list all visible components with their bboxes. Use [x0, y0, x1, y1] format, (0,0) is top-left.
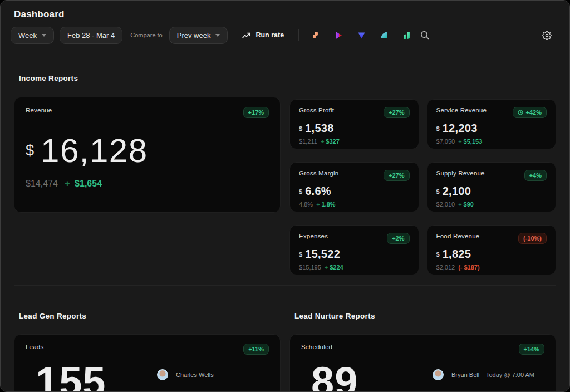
- change-badge: +27%: [384, 170, 409, 181]
- run-rate-button[interactable]: Run rate: [242, 31, 284, 39]
- scheduled-person-name: Bryan Bell: [451, 371, 479, 378]
- previous-value: $15,195: [299, 264, 321, 271]
- previous-value: 4.8%: [299, 201, 313, 208]
- period-select-value: Week: [18, 31, 37, 40]
- change-badge: +27%: [384, 107, 409, 118]
- change-badge: +2%: [387, 233, 409, 244]
- logo-teal-quadrant-icon[interactable]: [380, 31, 389, 40]
- logo-blue-funnel-icon[interactable]: [357, 31, 366, 40]
- scheduled-count: 89: [311, 358, 358, 392]
- revenue-card: Revenue +17% $ 16,128 $14,474 + $1,654: [14, 97, 281, 213]
- currency-symbol: $: [299, 251, 302, 258]
- date-range-button[interactable]: Feb 28 - Mar 4: [60, 27, 122, 44]
- date-range-value: Feb 28 - Mar 4: [67, 31, 115, 40]
- row-divider: [157, 388, 269, 388]
- scheduled-card: Scheduled +14% 89 Bryan Bell Today @ 7:0…: [289, 334, 556, 392]
- previous-value: $2,012: [436, 264, 455, 271]
- logo-orange-blob-icon[interactable]: [311, 31, 321, 40]
- revenue-value: $ 16,128: [26, 131, 269, 170]
- previous-value: $14,474: [26, 179, 58, 188]
- leads-card: Leads +11% 155 Charles Wells: [14, 334, 281, 392]
- lead-person-name: Charles Wells: [176, 371, 214, 378]
- card-label: Expenses: [299, 233, 328, 239]
- delta-sign: +: [65, 179, 70, 188]
- delta-value: $90: [464, 201, 474, 208]
- delta-value: $1,654: [75, 179, 102, 188]
- section-divider: [14, 285, 556, 286]
- change-badge: +14%: [519, 344, 544, 355]
- leads-count: 155: [36, 358, 106, 392]
- lead-row[interactable]: Charles Wells: [157, 369, 269, 380]
- currency-symbol: $: [299, 125, 302, 132]
- change-badge: +17%: [243, 107, 269, 118]
- badge-gauge-icon: [518, 110, 523, 115]
- card-amount: 1,825: [443, 248, 471, 261]
- logo-gradient-play-icon[interactable]: [334, 31, 343, 40]
- delta-sign: +: [316, 201, 320, 208]
- chevron-down-icon: [42, 34, 46, 37]
- previous-value: $2,010: [436, 201, 455, 208]
- dashboard-window: Dashboard Week Feb 28 - Mar 4 Compare to…: [0, 0, 570, 392]
- change-badge: +4%: [524, 170, 547, 181]
- delta-value: $327: [326, 138, 339, 145]
- food-revenue-card: Food Revenue (-10%) $1,825 $2,012(-$187): [427, 225, 556, 275]
- delta-sign: +: [458, 138, 461, 145]
- delta-sign: +: [325, 264, 328, 271]
- income-mini-grid: Gross Profit +27% $1,538 $1,211+$327 Ser…: [289, 99, 556, 275]
- service-revenue-card: Service Revenue +42% $12,203 $7,050+$5,1…: [427, 99, 556, 149]
- integration-icons: [311, 31, 412, 40]
- card-amount: 2,100: [443, 185, 471, 198]
- delta-sign: +: [321, 138, 324, 145]
- badge-text: +42%: [526, 109, 542, 116]
- card-label: Revenue: [26, 107, 52, 114]
- scheduled-list: Bryan Bell Today @ 7:00 AM: [433, 369, 544, 388]
- card-label: Gross Margin: [299, 170, 338, 177]
- card-amount: 15,522: [305, 248, 340, 261]
- avatar: [433, 369, 444, 380]
- row-divider: [433, 388, 544, 388]
- change-badge: +42%: [513, 107, 547, 118]
- delta-value: 1.8%: [322, 201, 336, 208]
- lead-list: Charles Wells: [157, 369, 269, 388]
- income-reports-title: Income Reports: [19, 74, 556, 82]
- expenses-card: Expenses +2% $15,522 $15,195+$224: [289, 225, 419, 275]
- card-label: Supply Revenue: [436, 170, 485, 177]
- delta-value: $187): [464, 264, 480, 271]
- previous-value: $7,050: [436, 138, 455, 145]
- search-icon[interactable]: [420, 30, 430, 40]
- revenue-comparison: $14,474 + $1,654: [26, 179, 269, 189]
- card-label: Leads: [26, 344, 43, 350]
- card-amount: 1,538: [305, 122, 334, 135]
- revenue-amount: 16,128: [41, 131, 148, 170]
- card-amount: 12,203: [443, 122, 478, 135]
- logo-green-bars-icon[interactable]: [402, 31, 412, 40]
- delta-sign: (-: [458, 264, 462, 271]
- previous-value: $1,211: [299, 138, 317, 145]
- currency-symbol: $: [436, 125, 440, 132]
- compare-select[interactable]: Prev week: [169, 27, 228, 44]
- compare-select-value: Prev week: [177, 31, 211, 40]
- card-label: Gross Profit: [299, 107, 334, 114]
- period-select[interactable]: Week: [11, 27, 54, 44]
- avatar: [157, 369, 168, 380]
- lead-gen-reports-title: Lead Gen Reports: [14, 312, 281, 320]
- toolbar-divider: [298, 29, 299, 41]
- settings-gear-icon[interactable]: [542, 31, 552, 40]
- card-label: Food Revenue: [436, 233, 480, 239]
- scheduled-row[interactable]: Bryan Bell Today @ 7:00 AM: [433, 369, 544, 380]
- delta-sign: +: [458, 201, 461, 208]
- card-amount: 6.6%: [305, 185, 331, 198]
- card-label: Scheduled: [301, 344, 332, 350]
- compare-to-label: Compare to: [130, 32, 162, 38]
- delta-value: $224: [330, 264, 343, 271]
- currency-symbol: $: [436, 188, 440, 195]
- chevron-down-icon: [215, 34, 220, 37]
- gross-margin-card: Gross Margin +27% $6.6% 4.8%+1.8%: [289, 162, 419, 212]
- delta-value: $5,153: [464, 138, 483, 145]
- change-badge: +11%: [243, 344, 269, 355]
- scheduled-time: Today @ 7:00 AM: [486, 371, 544, 378]
- toolbar: Week Feb 28 - Mar 4 Compare to Prev week…: [1, 26, 569, 44]
- currency-symbol: $: [299, 188, 302, 195]
- trending-up-icon: [242, 32, 250, 39]
- card-label: Service Revenue: [436, 107, 487, 114]
